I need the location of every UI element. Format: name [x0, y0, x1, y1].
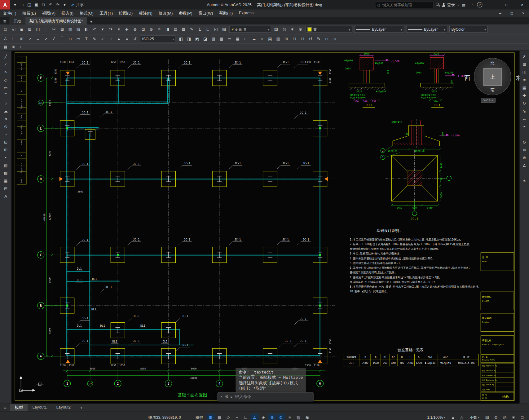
create-block-icon[interactable]: ⊞	[2, 146, 10, 154]
color-combo[interactable]: 黄	[306, 26, 352, 33]
text-style-icon[interactable]: A	[1, 35, 9, 42]
rectangle-icon[interactable]: ▭	[2, 84, 10, 91]
wcs-dropdown[interactable]: WCS	[481, 98, 496, 103]
quick-calc-icon[interactable]: Σ	[196, 26, 204, 33]
paste-icon[interactable]: ▥	[66, 26, 74, 33]
update-annotations-icon[interactable]: ↺	[131, 35, 139, 42]
open-drawing-icon[interactable]: ◱	[26, 1, 33, 8]
stretch-icon[interactable]: ↔	[520, 115, 528, 122]
viewcube-north[interactable]: 北	[474, 60, 511, 66]
plotstyle-combo[interactable]: ByColor	[449, 26, 488, 33]
chamfer-icon[interactable]: ∠	[520, 161, 528, 169]
doc-close-button[interactable]: ×	[518, 11, 529, 15]
paper-space-icon[interactable]: ⊟	[298, 35, 306, 42]
block-editor-icon[interactable]: ◧	[82, 26, 90, 33]
close-button[interactable]: ×	[515, 0, 529, 10]
aligned-dimension-icon[interactable]: ↗	[42, 35, 50, 42]
spline-icon[interactable]: ≈	[2, 115, 10, 122]
menu-edit[interactable]: 编辑(E)	[19, 10, 39, 16]
status-annotation-scale[interactable]: 1:1/100%	[424, 415, 448, 419]
status-ortho-mode[interactable]: ∟	[242, 413, 250, 420]
new-drawing-icon[interactable]: □	[19, 1, 26, 8]
layer-lock-icon[interactable]: ⊘	[296, 26, 304, 33]
mtext-icon[interactable]: ▭	[74, 35, 82, 42]
viewcube-west[interactable]: 西	[465, 74, 470, 82]
linetype-combo[interactable]: ByLayer	[354, 26, 404, 33]
move-icon[interactable]: ✚	[520, 91, 528, 99]
insert-block-icon[interactable]: ⊡	[2, 138, 10, 146]
doc-restore-button[interactable]: □	[506, 11, 518, 15]
undo-icon[interactable]: ↶	[47, 1, 54, 8]
status-object-snap-tracking[interactable]: ⊕	[268, 413, 276, 420]
autocad-logo[interactable]: A	[0, 0, 10, 10]
new-tab-button[interactable]: +	[87, 19, 95, 25]
menu-express[interactable]: Express	[236, 10, 257, 16]
doc-minimize-button[interactable]: –	[495, 11, 506, 15]
status-isolate-objects[interactable]: ◎	[500, 413, 509, 420]
status-clean-screen[interactable]: □	[518, 413, 526, 420]
measure-icon[interactable]: ∟	[204, 26, 212, 33]
point-icon[interactable]: •	[2, 154, 10, 161]
dynamic-ucs-icon[interactable]: ∟	[18, 44, 26, 51]
revision-cloud-icon[interactable]: ☁	[250, 35, 258, 42]
layout-menu-icon[interactable]	[0, 405, 10, 410]
text-style-combo[interactable]: ISO-25	[140, 35, 176, 42]
regen-icon[interactable]: ↺	[306, 35, 315, 42]
layout-tab-模型[interactable]: 模型	[10, 404, 28, 411]
ellipse-icon[interactable]: ⊙	[2, 122, 10, 130]
command-line[interactable]: ×⚒ 键入命令	[218, 392, 314, 401]
boundary-icon[interactable]: ▭	[226, 35, 234, 42]
layer-freeze-icon[interactable]: ✶	[288, 26, 296, 33]
file-tabs-menu-icon[interactable]	[0, 19, 10, 25]
viewcube-top-face[interactable]: 上	[483, 68, 502, 86]
options-icon[interactable]: ☼	[331, 35, 339, 42]
copy-icon[interactable]: ⊞	[520, 60, 528, 68]
notification-icon[interactable]: ◔	[469, 2, 475, 7]
status-infer-constraints[interactable]: ◇	[224, 413, 232, 420]
quick-access-dropdown-icon[interactable]: ▾	[61, 1, 68, 8]
zoom-realtime-icon[interactable]: ⊕	[131, 26, 139, 33]
file-tab[interactable]: 开始	[10, 17, 25, 25]
redo-icon[interactable]: ↷	[54, 1, 61, 8]
grid-settings-icon[interactable]: ⊞	[10, 44, 18, 51]
viewcube-south[interactable]: 南	[474, 87, 511, 93]
status-isometric-drafting[interactable]: ◈	[259, 413, 267, 420]
status-quick-properties[interactable]: ▤	[483, 413, 491, 420]
file-tab[interactable]: 某门式刚架动力车间结构设计图*	[25, 17, 87, 25]
find-replace-icon[interactable]: ◌	[107, 35, 115, 42]
line-icon[interactable]: ╱	[2, 53, 10, 60]
orbit-icon[interactable]: ○	[258, 35, 266, 42]
region-icon[interactable]: ▦	[2, 177, 10, 185]
redo-list-icon[interactable]: ▾	[115, 26, 123, 33]
publish-icon[interactable]: ↑	[42, 26, 50, 33]
status-annotation-visibility[interactable]: ▲	[449, 413, 457, 420]
properties-icon[interactable]: ≡	[155, 26, 163, 33]
snap-settings-icon[interactable]: ▦	[1, 44, 9, 51]
table-icon[interactable]: ⊟	[2, 185, 10, 192]
rotate-icon[interactable]: ↻	[520, 99, 528, 107]
model-space-icon[interactable]: ⊡	[290, 35, 298, 42]
polyline-icon[interactable]: ∿	[2, 68, 10, 76]
pan-icon[interactable]: ✚	[123, 26, 131, 33]
construction-line-icon[interactable]: ∕	[2, 60, 10, 68]
undo-list-icon[interactable]: ▾	[99, 26, 107, 33]
new-icon[interactable]: □	[1, 26, 9, 33]
multiline-text-icon[interactable]: A	[2, 192, 10, 200]
open-icon[interactable]: ◱	[10, 26, 18, 33]
redraw-icon[interactable]: ↻	[315, 35, 323, 42]
markup-icon[interactable]: ✎	[188, 26, 196, 33]
undo-icon[interactable]: ↶	[90, 26, 99, 33]
viewcube-east[interactable]: 东	[515, 74, 519, 82]
menu-help[interactable]: 帮助(H)	[216, 10, 236, 16]
layer-properties-icon[interactable]: ▧	[220, 26, 228, 33]
status-grid-display[interactable]: ⊞	[207, 413, 215, 420]
save-icon[interactable]: ▣	[18, 26, 26, 33]
draw-order-back-icon[interactable]: ◨	[185, 35, 193, 42]
cut-icon[interactable]: ✂	[50, 26, 58, 33]
plot-icon[interactable]: ⊟	[40, 1, 47, 8]
angular-dimension-icon[interactable]: ∠	[50, 35, 58, 42]
mirror-icon[interactable]: ◫	[520, 68, 528, 76]
customize-icon[interactable]: ⚒	[225, 395, 228, 399]
store-icon[interactable]: ▤	[461, 2, 467, 7]
layer-combo[interactable]: ☀⊘▤ 0	[229, 26, 271, 33]
